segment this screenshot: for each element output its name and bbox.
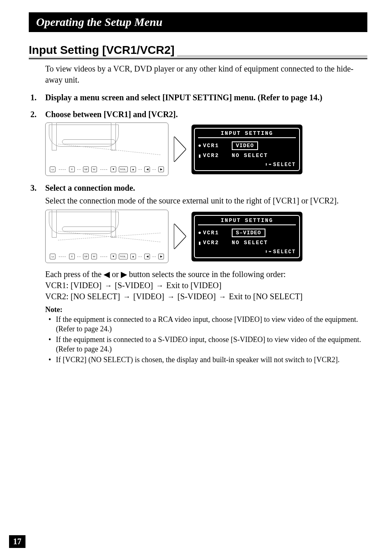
osd-row-vcr1: ● VCR1 S–VIDEO [198,229,296,237]
order-vcr2-d: Exit to [NO SELECT] [229,292,302,301]
section-heading-text: Input Setting [VCR1/VCR2] [29,44,177,57]
step-2-number: 2. [30,110,45,119]
osd-value-video: VIDEO [232,141,258,150]
osd-label-vcr1: VCR1 [203,143,232,149]
remote-button-left-icon: ◀ [144,254,150,259]
chapter-title: Operating the Setup Menu [36,16,162,28]
osd-footer-text: SELECT [273,249,296,255]
remote-control-diagram: ▭ V SP W ▼ VOL. ▲ ◀ ▶ [45,210,168,263]
order-vcr2-b: [VIDEO] [133,292,164,301]
osd-label-vcr1: VCR1 [203,230,232,236]
osd-value-noselect: NO SELECT [232,240,268,246]
order-vcr1-b: [S-VIDEO] [115,281,153,290]
remote-button-down-icon: ▼ [111,166,116,172]
order-vcr2-c: [S-VIDEO] [178,292,216,301]
arrow-right-icon: → [167,293,175,301]
note-list: If the equipment is connected to a RCA v… [45,315,362,365]
order-vcr2-a: [NO SELECT] [71,292,120,301]
intro-text: To view videos by a VCR, DVD player or a… [45,63,362,86]
remote-button-v: V [69,254,75,259]
remote-button-vol: VOL. [119,166,128,172]
step-1-number: 1. [30,93,45,102]
page-number: 17 [9,535,25,548]
osd-row-vcr2: ▮ VCR2 NO SELECT [198,153,296,159]
osd-row-vcr2: ▮ VCR2 NO SELECT [198,240,296,246]
osd-panel-1: INPUT SETTING ● VCR1 VIDEO ▮ VCR2 NO SEL… [191,125,302,174]
remote-button-w: W [91,254,97,259]
osd-footer-text: SELECT [273,162,296,168]
marker-bar-icon: ▮ [198,240,203,246]
step-3-number: 3. [30,183,45,193]
arrow-right-icon: → [104,282,112,290]
osd-value-noselect: NO SELECT [232,153,268,159]
order-vcr1-line: VCR1: [VIDEO] → [S-VIDEO] → Exit to [VID… [45,280,362,291]
remote-button-w: W [91,166,97,172]
remote-button-left-icon: ◀ [144,166,150,172]
step-1: 1. Display a menu screen and select [INP… [30,93,362,102]
remote-button-menu-icon: ▭ [50,166,55,172]
remote-button-menu-icon: ▭ [50,254,55,259]
arrows-updown-icon: ⬍⬌ [265,162,272,168]
remote-button-v: V [69,166,75,172]
arrow-right-icon: → [219,293,226,301]
arrow-right-icon [174,137,186,162]
arrow-right-icon: → [123,293,130,301]
osd-footer: ⬍⬌SELECT [198,249,296,255]
remote-button-right-icon: ▶ [158,166,164,172]
figure-row-1: ▭ V SP W ▼ VOL. ▲ ◀ ▶ INPUT SETTING ● VC… [45,122,362,176]
note-3: If [VCR2] (NO SELECT) is chosen, the dis… [52,355,362,365]
osd-value-svideo: S–VIDEO [232,229,265,237]
step-2: 2. Choose between [VCR1] and [VCR2]. [30,110,362,119]
remote-control-diagram: ▭ V SP W ▼ VOL. ▲ ◀ ▶ [45,122,168,176]
osd-footer: ⬍⬌SELECT [198,162,296,168]
osd-row-vcr1: ● VCR1 VIDEO [198,141,296,150]
step-3-sub: Select the connection mode of the source… [45,195,362,206]
remote-button-sp: SP [83,254,89,259]
order-vcr2-line: VCR2: [NO SELECT] → [VIDEO] → [S-VIDEO] … [45,291,362,302]
osd-title: INPUT SETTING [198,217,296,225]
order-vcr1-a: [VIDEO] [71,281,102,290]
note-1: If the equipment is connected to a RCA v… [52,315,362,334]
order-vcr1-c: Exit to [VIDEO] [166,281,221,290]
osd-panel-2: INPUT SETTING ● VCR1 S–VIDEO ▮ VCR2 NO S… [191,212,302,261]
note-2: If the equipment is connected to a S-VID… [52,335,362,354]
remote-button-up-icon: ▲ [130,254,136,259]
remote-button-sp: SP [83,166,89,172]
section-heading: Input Setting [VCR1/VCR2] [29,44,367,59]
figure-row-2: ▭ V SP W ▼ VOL. ▲ ◀ ▶ INPUT SETTING ● VC… [45,210,362,263]
remote-button-vol: VOL. [119,254,128,259]
marker-circle-icon: ● [198,230,203,236]
osd-title: INPUT SETTING [198,130,296,138]
remote-button-up-icon: ▲ [130,166,136,172]
marker-bar-icon: ▮ [198,153,203,159]
remote-button-right-icon: ▶ [158,254,164,259]
order-vcr1-label: VCR1: [45,281,71,290]
osd-label-vcr2: VCR2 [203,153,232,159]
remote-button-down-icon: ▼ [111,254,116,259]
chapter-title-bar: Operating the Setup Menu [29,12,367,32]
step-3: 3. Select a connection mode. [30,183,362,193]
arrow-right-icon [174,224,186,249]
arrow-right-icon: → [156,282,164,290]
step-1-text: Display a menu screen and select [INPUT … [45,93,362,102]
step-2-text: Choose between [VCR1] and [VCR2]. [45,110,362,119]
order-vcr2-label: VCR2: [45,292,71,301]
arrows-updown-icon: ⬍⬌ [265,249,272,255]
step-3-text: Select a connection mode. [45,183,362,193]
order-intro: Each press of the ◀ or ▶ button selects … [45,269,362,280]
note-heading: Note: [45,305,362,314]
osd-label-vcr2: VCR2 [203,240,232,246]
marker-circle-icon: ● [198,143,203,149]
order-description: Each press of the ◀ or ▶ button selects … [45,269,362,302]
